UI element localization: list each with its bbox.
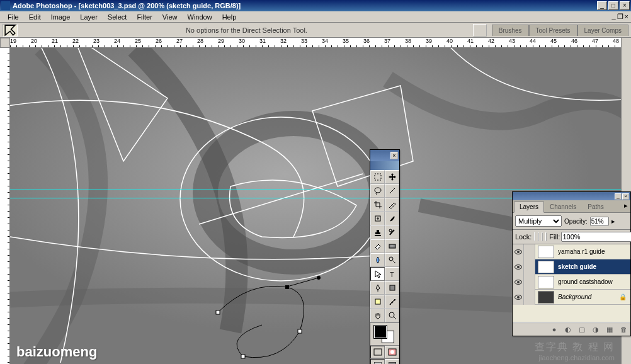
standard-mode[interactable] <box>370 346 385 358</box>
move-tool[interactable] <box>385 170 399 184</box>
menu-layer[interactable]: Layer <box>75 12 103 22</box>
doc-minimize-button[interactable]: _ <box>611 13 615 21</box>
palette-well-button[interactable] <box>473 24 487 37</box>
brush-tool[interactable] <box>385 212 399 225</box>
layers-panel[interactable]: _ × Layers Channels Paths ▸ Multiply Opa… <box>512 191 631 336</box>
tab-layer-comps[interactable]: Layer Comps <box>577 25 628 36</box>
lock-all-icon[interactable] <box>545 232 547 241</box>
tab-brushes[interactable]: Brushes <box>492 25 529 36</box>
visibility-toggle[interactable] <box>513 244 524 259</box>
shape-tool[interactable] <box>385 281 399 295</box>
foreground-color[interactable] <box>374 326 387 338</box>
wand-tool[interactable] <box>385 184 399 198</box>
panel-close-icon[interactable]: × <box>622 193 629 200</box>
zoom-tool[interactable] <box>385 309 399 322</box>
tab-layers[interactable]: Layers <box>514 202 544 213</box>
layer-row[interactable]: sketch guide <box>513 259 630 275</box>
horizontal-ruler[interactable]: 1920212223242526272829303132333435363738… <box>10 38 621 48</box>
maximize-button[interactable]: □ <box>608 1 618 10</box>
menu-image[interactable]: Image <box>46 12 76 22</box>
vertical-ruler[interactable] <box>0 48 10 364</box>
layer-name[interactable]: Background <box>557 293 619 300</box>
gradient-tool[interactable] <box>385 239 399 253</box>
layer-row[interactable]: ground castshadow <box>513 275 630 290</box>
layer-thumbnail[interactable] <box>538 261 554 273</box>
tab-channels[interactable]: Channels <box>544 202 582 212</box>
menu-window[interactable]: Window <box>183 12 217 22</box>
doc-close-button[interactable]: × <box>625 13 628 21</box>
layer-thumbnail[interactable] <box>538 276 554 288</box>
lock-pixels-icon[interactable] <box>538 232 539 241</box>
crop-tool[interactable] <box>370 198 385 212</box>
blur-tool[interactable] <box>370 253 385 267</box>
link-toggle[interactable] <box>524 290 535 305</box>
menu-view[interactable]: View <box>157 12 183 22</box>
pen-tool[interactable] <box>370 281 385 295</box>
visibility-toggle[interactable] <box>513 290 524 305</box>
layer-row[interactable]: yamaha r1 guide <box>513 244 630 259</box>
menu-file[interactable]: File <box>3 12 24 22</box>
layer-name[interactable]: sketch guide <box>557 263 630 270</box>
layer-style-icon[interactable]: ● <box>549 325 559 334</box>
tab-paths[interactable]: Paths <box>582 202 610 212</box>
history-brush-tool[interactable] <box>385 225 399 239</box>
layer-thumbnail[interactable] <box>538 246 554 258</box>
menu-filter[interactable]: Filter <box>132 12 157 22</box>
tool-indicator[interactable] <box>3 24 18 37</box>
layer-name[interactable]: ground castshadow <box>557 278 630 285</box>
fill-input[interactable] <box>561 232 631 242</box>
panel-header[interactable]: _ × <box>513 192 630 200</box>
visibility-toggle[interactable] <box>513 275 524 290</box>
horizontal-guide[interactable] <box>10 190 621 190</box>
blend-mode-select[interactable]: Multiply <box>515 215 562 227</box>
tab-tool-presets[interactable]: Tool Presets <box>529 25 577 36</box>
layer-thumbnail[interactable] <box>538 291 554 304</box>
menu-edit[interactable]: Edit <box>24 12 46 22</box>
layer-mask-icon[interactable]: ◐ <box>563 325 573 334</box>
layer-set-icon[interactable]: ▢ <box>577 325 587 334</box>
path-select-tool[interactable] <box>370 267 385 281</box>
menu-select[interactable]: Select <box>103 12 132 22</box>
panel-minimize-icon[interactable]: _ <box>615 193 622 200</box>
hand-tool[interactable] <box>370 309 385 322</box>
link-toggle[interactable] <box>524 275 535 290</box>
opacity-flyout-icon[interactable]: ▸ <box>611 217 615 225</box>
panel-menu-icon[interactable]: ▸ <box>622 202 630 212</box>
new-layer-icon[interactable]: ▦ <box>605 325 615 334</box>
color-swatches[interactable] <box>370 322 399 345</box>
close-button[interactable]: × <box>620 1 630 10</box>
healing-tool[interactable] <box>370 212 385 225</box>
minimize-button[interactable]: _ <box>597 1 607 10</box>
link-toggle[interactable] <box>524 244 535 259</box>
options-message: No options for the Direct Selection Tool… <box>20 26 473 34</box>
lasso-tool[interactable] <box>370 184 385 198</box>
menu-help[interactable]: Help <box>217 12 242 22</box>
layer-row[interactable]: Background🔒 <box>513 290 630 305</box>
screen-standard[interactable] <box>370 359 385 364</box>
dodge-tool[interactable] <box>385 253 399 267</box>
notes-tool[interactable] <box>370 295 385 309</box>
stamp-tool[interactable] <box>370 225 385 239</box>
ruler-origin[interactable] <box>0 38 10 48</box>
slice-tool[interactable] <box>385 198 399 212</box>
lock-position-icon[interactable] <box>542 232 543 241</box>
svg-rect-5 <box>298 329 302 333</box>
adjustment-layer-icon[interactable]: ◑ <box>591 325 601 334</box>
visibility-toggle[interactable] <box>513 259 524 275</box>
quickmask-mode[interactable] <box>385 346 399 358</box>
options-bar: No options for the Direct Selection Tool… <box>0 23 631 38</box>
opacity-input[interactable] <box>590 217 609 226</box>
delete-layer-icon[interactable]: 🗑 <box>618 325 628 334</box>
toolbox-header[interactable]: × <box>370 150 399 161</box>
link-toggle[interactable] <box>524 259 535 275</box>
toolbox-panel[interactable]: × T <box>370 149 400 364</box>
eraser-tool[interactable] <box>370 239 385 253</box>
type-tool[interactable]: T <box>385 267 399 281</box>
doc-restore-button[interactable]: ❐ <box>617 13 623 21</box>
eyedropper-tool[interactable] <box>385 295 399 309</box>
screen-full-menu[interactable] <box>385 359 399 364</box>
layer-name[interactable]: yamaha r1 guide <box>557 248 630 255</box>
toolbox-close-icon[interactable]: × <box>390 152 398 159</box>
marquee-tool[interactable] <box>370 170 385 184</box>
lock-transparency-icon[interactable] <box>534 232 535 241</box>
